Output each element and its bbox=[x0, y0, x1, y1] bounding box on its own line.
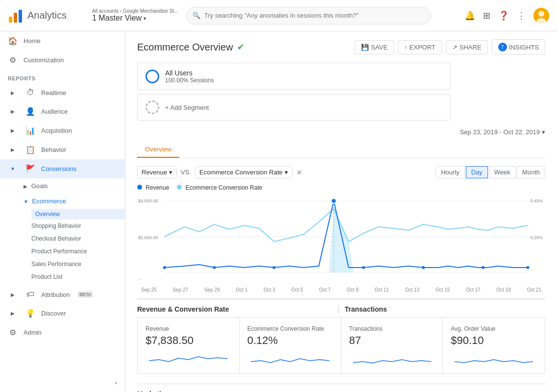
acquisition-icon: 📊 bbox=[25, 126, 35, 135]
stat-card-conversion: Ecommerce Conversion Rate 0.12% bbox=[240, 318, 341, 373]
x-label-3: Oct 1 bbox=[236, 287, 247, 293]
behavior-expand-icon: ▶ bbox=[8, 147, 18, 152]
view-dropdown-arrow[interactable]: ▾ bbox=[144, 16, 146, 21]
sidebar-item-acquisition[interactable]: ▶ 📊 Acquisition bbox=[0, 121, 125, 140]
sidebar-item-ecommerce[interactable]: ▼ Ecommerce bbox=[24, 194, 125, 209]
sidebar-item-checkout-behavior[interactable]: Checkout Behavior bbox=[31, 232, 125, 245]
stat-mini-chart-transactions bbox=[349, 351, 435, 366]
sidebar-item-attribution[interactable]: ▶ 🏷 Attribution BETA bbox=[0, 285, 125, 304]
svg-point-4 bbox=[538, 11, 544, 17]
sidebar-item-realtime[interactable]: ▶ ⏱ Realtime bbox=[0, 83, 125, 102]
ecommerce-sub-items: Overview Shopping Behavior Checkout Beha… bbox=[24, 209, 125, 283]
sidebar-label-discover: Discover bbox=[41, 310, 66, 317]
time-btn-month[interactable]: Month bbox=[517, 166, 545, 178]
sidebar-item-sales-performance[interactable]: Sales Performance bbox=[31, 258, 125, 270]
svg-rect-0 bbox=[9, 17, 12, 23]
tab-overview[interactable]: Overview bbox=[137, 142, 179, 158]
app-title: Analytics bbox=[27, 10, 67, 21]
sidebar-collapse-button[interactable]: ‹ bbox=[0, 373, 125, 392]
discover-expand-icon: ▶ bbox=[8, 311, 18, 316]
marketing-title: Marketing bbox=[137, 384, 545, 392]
stat-card-avg-order: Avg. Order Value $90.10 bbox=[443, 318, 545, 373]
date-range-selector[interactable]: Sep 23, 2019 - Oct 22, 2019 ▾ bbox=[137, 128, 545, 136]
revenue-section: Revenue & Conversion Rate Transactions R… bbox=[137, 298, 545, 374]
sidebar-item-customization[interactable]: ⚙ Customization bbox=[0, 50, 125, 70]
search-input[interactable] bbox=[204, 12, 425, 19]
insights-label: INSIGHTS bbox=[509, 44, 539, 51]
svg-text:$4,000.00: $4,000.00 bbox=[138, 198, 158, 203]
sidebar-label-product-list: Product List bbox=[31, 273, 62, 280]
segment-add-card[interactable]: + Add Segment bbox=[137, 94, 451, 121]
sidebar-label-product-performance: Product Performance bbox=[31, 248, 87, 255]
stat-label-revenue: Revenue bbox=[145, 325, 231, 332]
time-btn-day[interactable]: Day bbox=[466, 166, 488, 178]
metric1-select[interactable]: Revenue ▾ bbox=[137, 166, 177, 178]
share-label: SHARE bbox=[460, 44, 482, 51]
verified-icon: ✔ bbox=[237, 42, 244, 52]
x-axis-labels: Sep 25 Sep 27 Sep 29 Oct 1 Oct 3 Oct 5 O… bbox=[137, 287, 545, 293]
more-options-icon[interactable]: ⋮ bbox=[517, 10, 526, 21]
ecommerce-section: ▼ Ecommerce Overview Shopping Behavior C… bbox=[0, 194, 125, 283]
chart-container: $4,000.00 $2,000.00 ... 0.40% 0.20% bbox=[137, 195, 545, 283]
user-avatar[interactable] bbox=[533, 8, 549, 24]
sidebar-item-conversions[interactable]: ▼ 🚩 Conversions bbox=[0, 159, 125, 178]
svg-rect-2 bbox=[19, 10, 22, 23]
sidebar-label-shopping-behavior: Shopping Behavior bbox=[31, 222, 81, 229]
account-path: All accounts › Google Merchandise St... bbox=[92, 8, 180, 14]
tabs-area: Overview bbox=[137, 142, 545, 158]
account-view[interactable]: 1 Master View ▾ bbox=[92, 14, 180, 23]
help-icon[interactable]: ❓ bbox=[498, 10, 509, 21]
time-btn-hourly[interactable]: Hourly bbox=[436, 166, 465, 178]
segment-sub: 100.00% Sessions bbox=[165, 77, 214, 84]
insights-icon: 7 bbox=[498, 43, 507, 51]
save-icon: 💾 bbox=[361, 44, 369, 51]
svg-point-20 bbox=[362, 266, 365, 269]
date-range-dropdown-icon: ▾ bbox=[542, 128, 545, 136]
attribution-beta-badge: BETA bbox=[78, 292, 93, 297]
sidebar-item-behavior[interactable]: ▶ 📋 Behavior bbox=[0, 140, 125, 159]
sidebar-item-admin[interactable]: ⚙ Admin bbox=[0, 323, 125, 342]
search-bar[interactable]: 🔍 bbox=[186, 7, 431, 24]
sidebar-item-shopping-behavior[interactable]: Shopping Behavior bbox=[31, 220, 125, 232]
insights-button[interactable]: 7 INSIGHTS bbox=[492, 39, 545, 55]
save-label: SAVE bbox=[371, 44, 387, 51]
time-btn-week[interactable]: Week bbox=[489, 166, 516, 178]
sidebar-item-goals[interactable]: ▶ Goals bbox=[24, 178, 125, 194]
audience-expand-icon: ▶ bbox=[8, 109, 18, 114]
svg-point-17 bbox=[163, 266, 166, 269]
x-label-10: Oct 15 bbox=[436, 287, 450, 293]
sidebar-item-home[interactable]: 🏠 Home bbox=[0, 31, 125, 50]
segments-area: All Users 100.00% Sessions + Add Segment bbox=[137, 63, 545, 121]
metric1-label: Revenue bbox=[142, 169, 167, 176]
conversions-expand-icon: ▼ bbox=[8, 166, 18, 172]
clear-metric-icon[interactable]: ✕ bbox=[296, 169, 302, 176]
svg-point-19 bbox=[272, 266, 275, 269]
attribution-icon: 🏷 bbox=[25, 290, 35, 299]
conversions-icon: 🚩 bbox=[25, 164, 35, 173]
sidebar-item-discover[interactable]: ▶ 💡 Discover bbox=[0, 304, 125, 323]
sidebar-item-product-list[interactable]: Product List bbox=[31, 270, 125, 283]
share-button[interactable]: ↗ SHARE bbox=[446, 40, 488, 54]
svg-point-22 bbox=[482, 266, 484, 269]
page-title-text: Ecommerce Overview bbox=[137, 42, 233, 53]
attribution-expand-icon: ▶ bbox=[8, 292, 18, 297]
sidebar-item-product-performance[interactable]: Product Performance bbox=[31, 245, 125, 258]
sidebar-item-audience[interactable]: ▶ 👤 Audience bbox=[0, 102, 125, 121]
export-button[interactable]: ↑ EXPORT bbox=[398, 40, 442, 54]
notifications-icon[interactable]: 🔔 bbox=[464, 10, 475, 21]
segment-info: All Users 100.00% Sessions bbox=[165, 69, 214, 84]
stat-card-transactions: Transactions 87 bbox=[341, 318, 443, 373]
x-label-7: Oct 9 bbox=[347, 287, 359, 293]
stats-grid: Revenue $7,838.50 Ecommerce Conversion R… bbox=[137, 317, 545, 374]
admin-icon: ⚙ bbox=[8, 328, 18, 337]
sidebar-label-conversions: Conversions bbox=[41, 165, 76, 172]
metric2-select[interactable]: Ecommerce Conversion Rate ▾ bbox=[195, 166, 292, 178]
svg-text:0.40%: 0.40% bbox=[531, 198, 543, 203]
export-icon: ↑ bbox=[404, 44, 408, 51]
marketing-section: Marketing Campaigns 11 Transactions $431… bbox=[137, 384, 545, 392]
apps-icon[interactable]: ⊞ bbox=[483, 10, 490, 21]
save-button[interactable]: 💾 SAVE bbox=[355, 40, 394, 54]
stat-mini-chart-conversion bbox=[247, 351, 333, 366]
metric-selects: Revenue ▾ VS. Ecommerce Conversion Rate … bbox=[137, 166, 302, 178]
sidebar-item-overview[interactable]: Overview bbox=[31, 209, 125, 220]
